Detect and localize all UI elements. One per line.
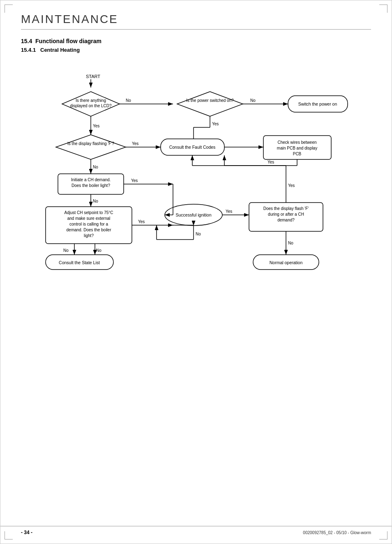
svg-text:displayed on the LCD?: displayed on the LCD?	[70, 104, 112, 108]
corner-tr	[379, 5, 387, 13]
svg-text:Yes: Yes	[267, 160, 274, 164]
footer-doc-ref: 0020092785_02 - 05/10 - Glow-worm	[303, 530, 371, 535]
svg-text:Yes: Yes	[212, 122, 219, 126]
svg-text:Yes: Yes	[226, 209, 232, 214]
page: MAINTENANCE 15.4 Functional flow diagram…	[0, 0, 392, 544]
svg-text:main PCB and display: main PCB and display	[277, 146, 317, 150]
svg-marker-7	[177, 92, 243, 116]
svg-text:Normal operation: Normal operation	[270, 260, 303, 265]
svg-text:Successful ignition: Successful ignition	[176, 212, 212, 217]
diagram-svg: START Is there anything displayed on the…	[21, 60, 374, 294]
svg-text:No: No	[93, 165, 98, 169]
svg-text:No: No	[196, 232, 201, 236]
svg-text:during or after a CH: during or after a CH	[268, 212, 304, 217]
svg-text:Yes: Yes	[288, 183, 295, 188]
svg-text:Consult the State List: Consult the State List	[59, 260, 100, 265]
svg-text:Does the display flash 'F': Does the display flash 'F'	[263, 206, 309, 211]
svg-text:Does the boiler light?: Does the boiler light?	[71, 183, 110, 188]
svg-text:Yes: Yes	[138, 219, 145, 224]
page-title: MAINTENANCE	[21, 13, 371, 30]
footer: - 34 - 0020092785_02 - 05/10 - Glow-worm	[0, 526, 392, 535]
svg-text:demand?: demand?	[277, 218, 295, 222]
svg-text:No: No	[63, 248, 69, 253]
svg-text:Yes: Yes	[132, 141, 138, 146]
svg-text:Is the display flashing 'F'?: Is the display flashing 'F'?	[67, 141, 114, 146]
svg-text:and make sure external: and make sure external	[67, 216, 111, 221]
diagram-container: START Is there anything displayed on the…	[21, 60, 374, 294]
sub-heading: 15.4.1 Central Heating	[21, 47, 371, 53]
svg-text:Consult the Fault Codes: Consult the Fault Codes	[169, 145, 216, 150]
section-heading: 15.4 Functional flow diagram	[21, 38, 371, 44]
svg-marker-19	[56, 135, 126, 159]
svg-text:PCB: PCB	[293, 152, 302, 156]
svg-text:Initiate a CH demand.: Initiate a CH demand.	[71, 177, 111, 182]
svg-text:Check wires between: Check wires between	[277, 140, 316, 145]
svg-text:Adjust CH setpoint to 75°C: Adjust CH setpoint to 75°C	[64, 210, 113, 215]
start-label: START	[86, 74, 100, 79]
svg-text:Switch the power on: Switch the power on	[298, 101, 337, 106]
svg-text:Yes: Yes	[93, 124, 99, 128]
svg-text:light?: light?	[84, 233, 94, 238]
svg-text:Is the power switched on?: Is the power switched on?	[186, 98, 234, 103]
svg-text:No: No	[93, 199, 98, 203]
svg-text:No: No	[96, 248, 101, 253]
footer-page-number: - 34 -	[21, 530, 32, 535]
corner-tl	[5, 5, 13, 13]
svg-text:Yes: Yes	[131, 178, 138, 183]
svg-text:Is there anything: Is there anything	[76, 98, 106, 103]
svg-text:demand. Does the boiler: demand. Does the boiler	[67, 228, 112, 232]
svg-text:No: No	[250, 98, 256, 103]
svg-text:No: No	[126, 98, 131, 103]
svg-text:control is calling for a: control is calling for a	[69, 222, 108, 226]
svg-text:No: No	[288, 241, 293, 245]
